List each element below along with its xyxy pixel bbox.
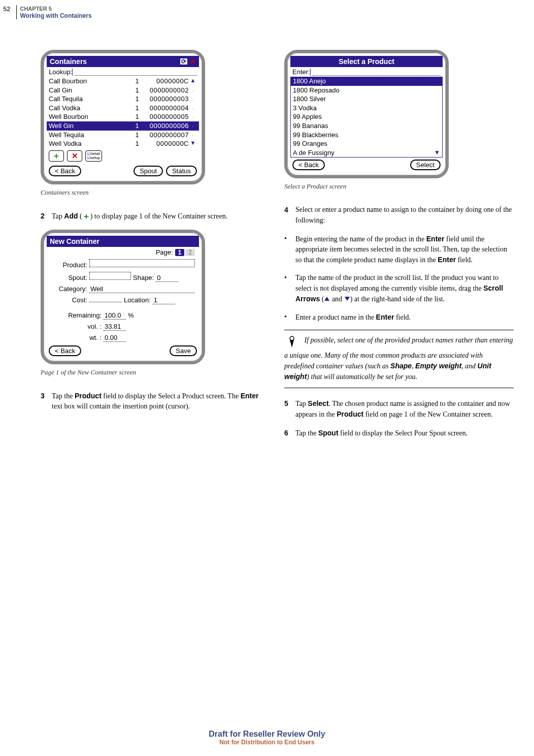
table-row[interactable]: Well Vodka10000000C▼: [47, 139, 199, 148]
list-item[interactable]: 99 Oranges: [290, 139, 443, 148]
page-footer: Draft for Reseller Review Only Not for D…: [0, 730, 534, 746]
product-field[interactable]: [89, 259, 195, 267]
cost-value[interactable]: [89, 302, 122, 302]
row-name: Well Gin: [49, 121, 132, 131]
list-item[interactable]: 99 Blackberries: [290, 131, 443, 140]
wt-value[interactable]: 0.00: [104, 334, 126, 342]
table-row[interactable]: Call Bourbon10000000C▲: [47, 77, 199, 86]
select-product-title: Select a Product: [339, 57, 394, 66]
step-2: 2 Tap Add (＋) to display page 1 of the N…: [41, 211, 270, 222]
table-row[interactable]: Call Gin10000000002.: [47, 86, 199, 95]
item-name: 1800 Anejo: [293, 77, 440, 86]
remaining-label: Remaining:: [51, 311, 102, 319]
list-item[interactable]: 1800 Silver: [290, 94, 443, 104]
close-icon[interactable]: ✕: [190, 57, 196, 66]
location-value[interactable]: 1: [153, 296, 175, 304]
step-3: 3 Tap the Product field to display the S…: [41, 391, 270, 412]
containers-caption: Containers screen: [41, 188, 270, 197]
select-button[interactable]: Select: [410, 160, 441, 170]
table-row[interactable]: Call Tequila10000000003.: [47, 94, 199, 104]
save-button[interactable]: Save: [170, 345, 197, 356]
step-6: 6 Tap the Spout field to display the Sel…: [284, 428, 514, 438]
page-number: 52: [0, 5, 13, 13]
footer-line-2: Not for Distribution to End Users: [0, 739, 534, 746]
item-name: 99 Bananas: [293, 121, 440, 131]
table-row[interactable]: Well Gin10000000006.: [47, 121, 199, 131]
svg-point-2: [290, 336, 294, 340]
row-name: Call Bourbon: [49, 77, 132, 86]
wt-label: wt. :: [51, 334, 102, 341]
lookup-input[interactable]: [75, 68, 197, 76]
table-row[interactable]: Call Vodka10000000004.: [47, 104, 199, 113]
row-qty: 1: [132, 86, 142, 95]
lookup-label: Lookup:: [49, 68, 72, 76]
scroll-up-icon[interactable]: ▲: [189, 77, 197, 86]
step-6-number: 6: [284, 428, 295, 438]
add-button[interactable]: ＋: [49, 150, 64, 162]
spout-button[interactable]: Spout: [134, 166, 163, 176]
setup-checkbox-label: setup: [90, 155, 101, 160]
row-qty: 1: [132, 77, 142, 86]
row-qty: 1: [132, 121, 142, 131]
enter-input[interactable]: [313, 68, 441, 76]
row-name: Well Tequila: [49, 131, 132, 140]
item-name: 99 Blackberries: [293, 131, 440, 140]
remaining-value[interactable]: 100.0: [104, 311, 126, 320]
cost-label: Cost:: [51, 296, 87, 304]
tip-icon: [284, 335, 299, 351]
row-code: 0000000003: [142, 94, 189, 104]
back-button-sp[interactable]: < Back: [292, 160, 325, 170]
row-dot: .: [189, 121, 197, 131]
lookup-cursor: [72, 69, 73, 76]
spout-field[interactable]: [89, 272, 131, 280]
scroll-down-icon[interactable]: ▼: [434, 148, 440, 158]
row-code: 0000000002: [142, 86, 189, 95]
select-product-screenshot: Select a Product Enter: 1800 Anejo1800 R…: [284, 50, 449, 178]
list-item[interactable]: 3 Vodka: [290, 104, 443, 113]
row-qty: 1: [132, 94, 142, 104]
row-code: 0000000007: [142, 131, 189, 140]
list-item[interactable]: 1800 Reposado: [290, 86, 443, 95]
tip-box: If possible, select one of the provided …: [284, 330, 514, 388]
row-dot: .: [189, 86, 197, 95]
new-container-title: New Container: [50, 237, 99, 245]
row-name: Call Vodka: [49, 104, 132, 113]
item-name: 99 Oranges: [293, 139, 440, 148]
status-button[interactable]: Status: [166, 166, 197, 176]
select-product-caption: Select a Product screen: [284, 182, 514, 191]
table-row[interactable]: Well Tequila10000000007.: [47, 131, 199, 140]
row-code: 0000000004: [142, 104, 189, 113]
shape-value[interactable]: 0: [156, 274, 178, 282]
delete-button[interactable]: ✕: [67, 150, 82, 162]
scroll-down-icon[interactable]: ▼: [189, 139, 197, 148]
row-name: Call Tequila: [49, 94, 132, 104]
product-label: Product:: [51, 261, 87, 269]
list-item[interactable]: 99 Apples: [290, 112, 443, 121]
plus-icon: ＋: [52, 152, 60, 160]
page-tab-1[interactable]: 1: [175, 249, 185, 256]
row-qty: 1: [132, 131, 142, 140]
list-item[interactable]: 1800 Anejo: [290, 77, 443, 86]
shape-label: Shape:: [133, 274, 154, 281]
back-button[interactable]: < Back: [49, 166, 81, 176]
sync-icon[interactable]: ⟳: [180, 58, 188, 65]
step-2-number: 2: [41, 211, 52, 222]
vol-value[interactable]: 33.81: [104, 323, 126, 331]
page-tab-2[interactable]: 2: [185, 249, 195, 256]
footer-line-1: Draft for Reseller Review Only: [0, 730, 534, 739]
containers-screenshot: Containers ⟳ ✕ Lookup: Call Bourbon10000…: [41, 50, 205, 184]
location-label: Location:: [124, 296, 151, 304]
product-list: 1800 Anejo1800 Reposado1800 Silver3 Vodk…: [290, 77, 443, 158]
category-value[interactable]: Well: [89, 285, 195, 293]
new-container-screenshot: New Container Page: 1 2 Product:: [41, 230, 205, 364]
item-name: A de Fussigny: [293, 148, 434, 158]
vol-label: vol. :: [51, 323, 102, 330]
list-item[interactable]: A de Fussigny▼: [290, 148, 443, 158]
page-header: 52 CHAPTER 5 Working with Containers: [0, 0, 534, 19]
list-item[interactable]: 99 Bananas: [290, 121, 443, 131]
chapter-line-2: Working with Containers: [20, 12, 91, 19]
table-row[interactable]: Well Bourbon10000000005.: [47, 112, 199, 121]
svg-marker-0: [324, 297, 329, 301]
options-button[interactable]: ☑detail ☑setup: [85, 150, 102, 162]
back-button-nc[interactable]: < Back: [49, 345, 81, 356]
